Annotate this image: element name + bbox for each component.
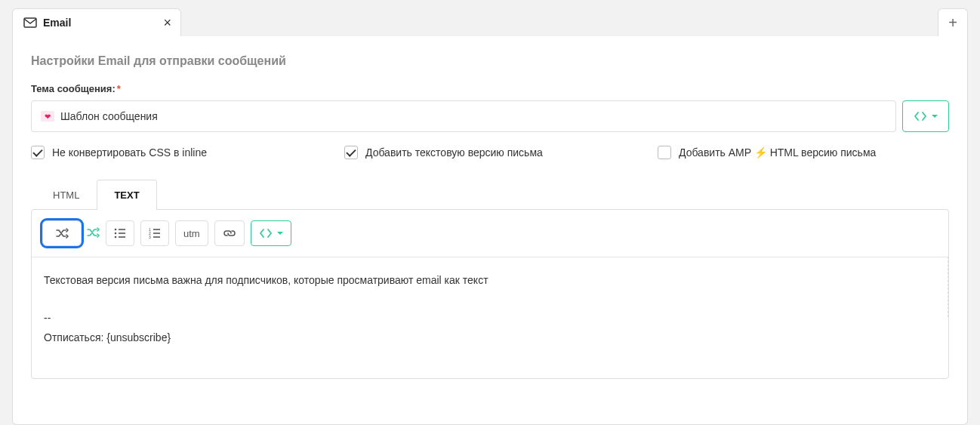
checkbox-icon xyxy=(658,146,671,159)
checkbox-add-text-version[interactable]: Добавить текстовую версию письма xyxy=(344,146,658,159)
channel-tab-email[interactable]: Email × xyxy=(12,8,181,36)
section-title: Настройки Email для отправки сообщений xyxy=(31,54,949,68)
toolbar-divider xyxy=(948,257,948,317)
link-icon xyxy=(223,228,236,239)
editor-tabs: HTML TEXT xyxy=(35,179,949,209)
shuffle-secondary-icon[interactable] xyxy=(86,226,100,241)
checkbox-label: Добавить AMP ⚡ HTML версию письма xyxy=(679,146,876,159)
channel-tabbar: Email × + xyxy=(12,0,968,36)
shuffle-button[interactable] xyxy=(42,220,82,246)
subject-input[interactable]: ❤ Шаблон сообщения xyxy=(31,100,896,132)
svg-rect-0 xyxy=(24,18,36,27)
insert-variable-button[interactable] xyxy=(902,100,949,132)
add-channel-button[interactable]: + xyxy=(938,8,968,36)
list-ul-icon xyxy=(114,228,126,239)
subject-label-text: Тема сообщения: xyxy=(31,83,116,94)
subject-label: Тема сообщения:* xyxy=(31,83,949,94)
list-ol-icon: 123 xyxy=(149,228,161,239)
insert-code-button[interactable] xyxy=(251,220,291,246)
tab-html[interactable]: HTML xyxy=(35,180,97,210)
amp-label-pre: Добавить AMP xyxy=(679,146,751,159)
editor-textarea[interactable]: Текстовая версия письма важна для подпис… xyxy=(32,257,948,378)
code-icon xyxy=(914,111,927,122)
svg-point-2 xyxy=(115,233,117,235)
content-line: Текстовая версия письма важна для подпис… xyxy=(44,271,936,290)
mail-icon xyxy=(23,17,37,28)
link-button[interactable] xyxy=(214,220,245,246)
checkbox-icon xyxy=(31,146,45,159)
subject-value: Шаблон сообщения xyxy=(60,110,158,122)
unordered-list-button[interactable] xyxy=(106,220,134,246)
checkbox-label: Добавить текстовую версию письма xyxy=(365,146,543,159)
bolt-icon: ⚡ xyxy=(754,146,767,159)
svg-point-3 xyxy=(115,236,117,239)
tab-text[interactable]: TEXT xyxy=(97,180,156,210)
checkbox-no-inline-css[interactable]: Не конвертировать CSS в inline xyxy=(31,146,344,159)
content-sep: -- xyxy=(44,309,936,328)
shuffle-icon xyxy=(55,227,69,239)
svg-text:3: 3 xyxy=(149,235,151,239)
text-editor: 123 utm Текстовая версия письма важна дл… xyxy=(31,209,949,379)
utm-button[interactable]: utm xyxy=(175,220,208,246)
required-mark: * xyxy=(117,83,121,94)
channel-tab-label: Email xyxy=(43,17,71,29)
content-line: Отписаться: {unsubscribe} xyxy=(44,328,936,347)
checkbox-add-amp[interactable]: Добавить AMP ⚡ HTML версию письма xyxy=(658,146,876,159)
email-settings-panel: Настройки Email для отправки сообщений Т… xyxy=(12,36,968,425)
checkbox-icon xyxy=(344,146,358,159)
editor-toolbar: 123 utm xyxy=(32,210,948,257)
code-icon xyxy=(259,228,273,239)
svg-point-1 xyxy=(115,229,117,231)
ordered-list-button[interactable]: 123 xyxy=(140,220,169,246)
chevron-down-icon xyxy=(932,115,938,118)
chevron-down-icon xyxy=(277,232,283,235)
emoji-badge-icon[interactable]: ❤ xyxy=(41,111,54,122)
amp-label-post: HTML версию письма xyxy=(767,146,877,159)
checkbox-label: Не конвертировать CSS в inline xyxy=(52,146,207,159)
close-icon[interactable]: × xyxy=(163,16,171,29)
